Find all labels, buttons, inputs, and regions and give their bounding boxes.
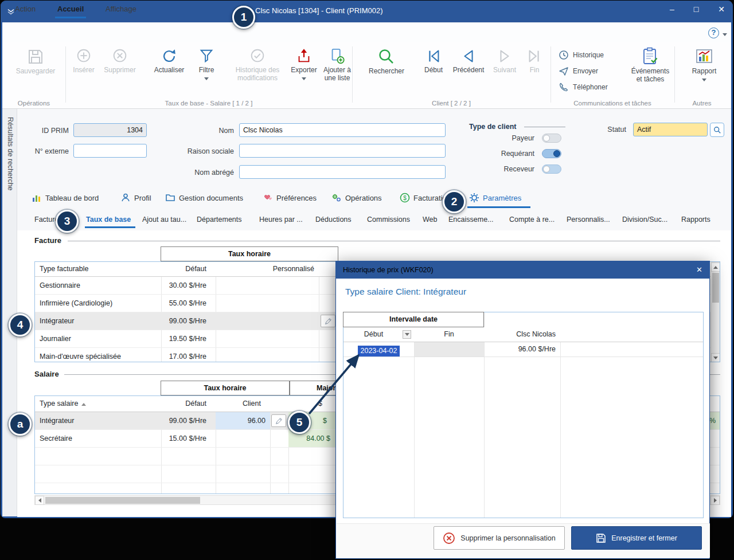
- abrege-field[interactable]: [239, 165, 446, 179]
- tab-tableau-de-bord[interactable]: Tableau de bord: [32, 193, 99, 203]
- search-icon: [377, 48, 396, 66]
- id-prim-field[interactable]: 1304: [73, 123, 147, 137]
- col-header-fin[interactable]: Fin: [414, 327, 484, 342]
- folder-icon: [165, 193, 175, 203]
- fin-label: Fin: [530, 66, 540, 75]
- receveur-toggle[interactable]: [542, 165, 561, 174]
- scroll-down-button[interactable]: [711, 353, 720, 362]
- fin-button[interactable]: Fin: [522, 48, 547, 75]
- tab-gestion-documents[interactable]: Gestion documents: [165, 193, 243, 203]
- type-client-label: Type de client: [469, 123, 516, 131]
- supprimer-button[interactable]: Supprimer: [100, 48, 140, 75]
- suivant-button[interactable]: Suivant: [490, 48, 520, 75]
- rechercher-button[interactable]: Rechercher: [359, 48, 414, 76]
- col-header[interactable]: Type salaire: [40, 396, 171, 412]
- subtab-encaissement[interactable]: Encaisseme...: [448, 216, 494, 224]
- events-checklist-icon: [641, 46, 660, 66]
- cell-fin[interactable]: [415, 342, 484, 357]
- maximize-button[interactable]: □: [694, 5, 698, 14]
- telephoner-button[interactable]: Téléphoner: [559, 82, 608, 92]
- tab-affichage[interactable]: Affichage: [103, 5, 139, 13]
- cell-type: Intégrateur: [40, 312, 157, 330]
- subtab-rapports[interactable]: Rapports: [681, 216, 710, 224]
- col-header[interactable]: Client: [216, 396, 266, 412]
- historique-button[interactable]: Historique: [559, 50, 604, 60]
- results-panel-tab[interactable]: Résultats de recherche: [2, 109, 17, 516]
- subtab-commissions[interactable]: Commissions: [367, 216, 410, 224]
- requerant-label: Requérant: [485, 150, 534, 158]
- tab-operations[interactable]: Opérations: [331, 193, 382, 203]
- id-prim-label: ID PRIM: [23, 127, 69, 135]
- subtab-taux-de-base[interactable]: Taux de base: [86, 216, 131, 224]
- scroll-up-button[interactable]: [711, 263, 720, 272]
- subtab-personnalisation[interactable]: Personnalis...: [567, 216, 610, 224]
- subtab-web[interactable]: Web: [423, 216, 437, 224]
- edit-pencil-button[interactable]: [271, 414, 286, 427]
- raison-field[interactable]: [239, 144, 446, 158]
- rapport-button[interactable]: Rapport: [682, 48, 726, 81]
- tab-preferences[interactable]: Préférences: [263, 193, 317, 203]
- col-header-client[interactable]: Clsc Nicolas: [484, 327, 556, 342]
- group-label-operations: Opérations: [2, 100, 65, 107]
- close-button[interactable]: ✕: [718, 5, 725, 14]
- col-header[interactable]: Type facturable: [40, 262, 157, 276]
- col-header[interactable]: Défaut: [161, 396, 211, 412]
- lookup-magnifier-icon: [713, 126, 721, 134]
- ajouter-liste-button[interactable]: Ajouter à une liste: [321, 48, 353, 83]
- historique-modifications-button[interactable]: Historique des modifications: [229, 48, 286, 83]
- cell-client[interactable]: 96.00: [216, 412, 270, 429]
- statut-lookup-button[interactable]: [710, 123, 724, 137]
- requerant-toggle[interactable]: [542, 149, 561, 158]
- nom-field[interactable]: Clsc Nicolas: [239, 123, 446, 137]
- scroll-thumb[interactable]: [712, 273, 719, 303]
- refresh-icon: [161, 48, 178, 65]
- externe-field[interactable]: [73, 144, 147, 158]
- envoyer-button[interactable]: Envoyer: [559, 66, 598, 76]
- help-chevron-icon[interactable]: [723, 33, 727, 36]
- enregistrer-fermer-button[interactable]: Enregistrer et fermer: [571, 526, 702, 550]
- statut-field[interactable]: Actif: [633, 123, 708, 136]
- filtre-button[interactable]: Filtre: [192, 48, 221, 80]
- payeur-toggle[interactable]: [542, 134, 561, 143]
- edit-pencil-button[interactable]: [321, 315, 335, 327]
- tab-parametres[interactable]: Paramètres: [469, 193, 521, 203]
- inserer-button[interactable]: Insérer: [69, 48, 99, 75]
- subtab-facture[interactable]: Facture: [34, 216, 58, 224]
- scroll-right-button[interactable]: [710, 496, 720, 505]
- debut-filter-dropdown[interactable]: [403, 330, 411, 339]
- actualiser-button[interactable]: Actualiser: [150, 48, 188, 75]
- scroll-thumb[interactable]: [45, 497, 200, 504]
- subtab-ajout[interactable]: Ajout au tau...: [142, 216, 186, 224]
- scroll-left-button[interactable]: [35, 496, 44, 505]
- subtab-heures[interactable]: Heures par ...: [259, 216, 303, 224]
- debut-button[interactable]: Début: [420, 48, 447, 75]
- subtab-division[interactable]: Division/Suc...: [622, 216, 667, 224]
- filtre-label: Filtre: [199, 66, 214, 75]
- evenements-taches-button[interactable]: Événements et tâches: [627, 46, 673, 84]
- tab-action[interactable]: Action: [13, 5, 38, 13]
- col-header[interactable]: Défaut: [161, 262, 211, 276]
- exporter-label: Exporter: [291, 66, 317, 75]
- precedent-button[interactable]: Précédent: [450, 48, 487, 75]
- dialog-data-row[interactable]: 2023-04-02 96.00 $/Hre: [343, 342, 703, 357]
- help-icon[interactable]: ?: [708, 28, 719, 38]
- supprimer-personnalisation-button[interactable]: Supprimer la personnalisation: [434, 526, 565, 550]
- dialog-close-button[interactable]: ✕: [696, 265, 702, 274]
- cell-defaut: 99.00 $/Hre: [161, 312, 211, 330]
- envoyer-label: Envoyer: [573, 67, 598, 75]
- minimize-button[interactable]: –: [670, 5, 674, 14]
- dialog-header-row: Début Fin Clsc Nicolas: [343, 327, 703, 342]
- col-header-debut[interactable]: Début: [343, 327, 404, 342]
- sauvegarder-button[interactable]: Sauvegarder: [9, 48, 62, 76]
- historique-modifications-label: Historique des modifications: [229, 66, 286, 83]
- subtab-departements[interactable]: Départements: [197, 216, 242, 224]
- facture-vscrollbar[interactable]: [710, 262, 720, 362]
- tab-profil[interactable]: Profil: [120, 193, 151, 203]
- subtab-deductions[interactable]: Déductions: [315, 216, 352, 224]
- first-record-icon: [425, 48, 442, 65]
- exporter-button[interactable]: Exporter: [288, 48, 320, 80]
- sort-asc-icon: [81, 403, 86, 406]
- col-header[interactable]: Personnalisé: [216, 262, 314, 276]
- tab-accueil[interactable]: Accueil: [55, 5, 86, 18]
- subtab-compte[interactable]: Compte à re...: [509, 216, 555, 224]
